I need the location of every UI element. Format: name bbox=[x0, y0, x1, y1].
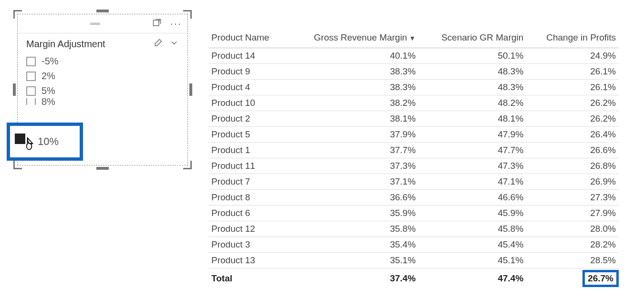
total-cip: 26.7% bbox=[526, 268, 619, 288]
resize-handle[interactable] bbox=[13, 161, 22, 169]
cell-product: Product 10 bbox=[208, 95, 287, 111]
cell-grm: 38.3% bbox=[287, 64, 418, 80]
table-row[interactable]: Product 1038.2%48.2%26.2% bbox=[208, 95, 619, 111]
cell-cip: 28.0% bbox=[526, 221, 619, 237]
cell-cip: 27.3% bbox=[526, 190, 619, 206]
cell-product: Product 1 bbox=[208, 143, 287, 158]
cell-product: Product 9 bbox=[208, 64, 287, 80]
total-label: Total bbox=[208, 268, 287, 288]
cell-cip: 28.5% bbox=[526, 253, 619, 268]
sort-desc-icon: ▼ bbox=[409, 34, 415, 42]
column-header-product[interactable]: Product Name bbox=[208, 29, 287, 48]
checkbox-icon[interactable] bbox=[26, 86, 36, 96]
table-row[interactable]: Product 938.3%48.3%26.1% bbox=[208, 64, 619, 80]
cell-grm: 35.8% bbox=[287, 221, 418, 237]
checkbox-checked-icon[interactable] bbox=[15, 134, 25, 144]
cell-cip: 26.1% bbox=[526, 64, 619, 80]
table-row[interactable]: Product 137.7%47.7%26.6% bbox=[208, 143, 619, 158]
cell-grm: 35.9% bbox=[287, 206, 418, 221]
svg-rect-0 bbox=[153, 20, 159, 26]
cell-grm: 37.1% bbox=[287, 174, 418, 190]
checkbox-icon[interactable] bbox=[26, 57, 36, 66]
cell-product: Product 8 bbox=[208, 190, 287, 206]
table-total-row: Total 37.4% 47.4% 26.7% bbox=[208, 268, 619, 288]
table-row[interactable]: Product 635.9%45.9%27.9% bbox=[208, 206, 619, 221]
drag-handle-icon[interactable]: ══ bbox=[90, 20, 99, 28]
cell-product: Product 11 bbox=[208, 158, 287, 174]
column-header-label: Scenario GR Margin bbox=[441, 32, 523, 42]
slicer-option-label: 2% bbox=[42, 71, 55, 82]
more-options-icon[interactable]: ··· bbox=[170, 18, 182, 30]
table-row[interactable]: Product 737.1%47.1%26.9% bbox=[208, 174, 619, 190]
cell-grm: 37.9% bbox=[287, 127, 418, 143]
chevron-down-icon[interactable] bbox=[169, 38, 179, 50]
table-header-row: Product Name Gross Revenue Margin▼ Scena… bbox=[208, 29, 619, 48]
cell-grm: 37.7% bbox=[287, 143, 418, 158]
resize-handle[interactable] bbox=[183, 161, 192, 169]
column-header-sgr[interactable]: Scenario GR Margin bbox=[418, 29, 526, 48]
table-row[interactable]: Product 836.6%46.6%27.3% bbox=[208, 190, 619, 206]
column-header-label: Gross Revenue Margin bbox=[314, 32, 407, 42]
cell-product: Product 12 bbox=[208, 221, 287, 237]
cell-sgr: 45.4% bbox=[418, 237, 526, 253]
table-row[interactable]: Product 1440.1%50.1%24.9% bbox=[208, 48, 619, 64]
slicer-option-label: 8% bbox=[42, 98, 55, 105]
slicer-title-row: Margin Adjustment bbox=[18, 33, 187, 53]
resize-handle[interactable] bbox=[183, 10, 192, 19]
cell-product: Product 13 bbox=[208, 253, 287, 268]
cell-grm: 35.4% bbox=[287, 237, 418, 253]
results-table: Product Name Gross Revenue Margin▼ Scena… bbox=[208, 29, 619, 288]
total-cip-highlight: 26.7% bbox=[582, 270, 619, 287]
focus-mode-icon[interactable] bbox=[152, 18, 162, 30]
cell-sgr: 46.6% bbox=[418, 190, 526, 206]
table-row[interactable]: Product 438.3%48.3%26.1% bbox=[208, 80, 619, 95]
cell-product: Product 4 bbox=[208, 80, 287, 95]
table-row[interactable]: Product 335.4%45.4%28.2% bbox=[208, 237, 619, 253]
slicer-title: Margin Adjustment bbox=[26, 39, 105, 50]
cell-cip: 26.8% bbox=[526, 158, 619, 174]
cell-sgr: 47.3% bbox=[418, 158, 526, 174]
table-row[interactable]: Product 238.1%48.1%26.2% bbox=[208, 111, 619, 127]
slicer-option[interactable]: 8% bbox=[26, 98, 179, 105]
slicer-option[interactable]: 5% bbox=[26, 83, 179, 98]
cell-grm: 35.1% bbox=[287, 253, 418, 268]
cell-cip: 28.2% bbox=[526, 237, 619, 253]
cell-cip: 26.6% bbox=[526, 143, 619, 158]
selected-option-callout[interactable]: 10% bbox=[7, 123, 83, 161]
slicer-toolbar: ══ ··· bbox=[18, 14, 187, 33]
cell-sgr: 50.1% bbox=[418, 48, 526, 64]
cell-sgr: 48.3% bbox=[418, 80, 526, 95]
selected-option-label: 10% bbox=[38, 135, 59, 148]
table-row[interactable]: Product 537.9%47.9%26.4% bbox=[208, 127, 619, 143]
cell-sgr: 48.3% bbox=[418, 64, 526, 80]
column-header-cip[interactable]: Change in Profits bbox=[526, 29, 619, 48]
cell-sgr: 48.1% bbox=[418, 111, 526, 127]
cell-cip: 27.9% bbox=[526, 206, 619, 221]
table-row[interactable]: Product 1137.3%47.3%26.8% bbox=[208, 158, 619, 174]
column-header-grm[interactable]: Gross Revenue Margin▼ bbox=[287, 29, 418, 48]
slicer-option-label: 5% bbox=[42, 85, 55, 96]
eraser-icon[interactable] bbox=[153, 38, 163, 50]
resize-handle[interactable] bbox=[189, 83, 192, 96]
cell-grm: 40.1% bbox=[287, 48, 418, 64]
slicer-option[interactable]: -5% bbox=[26, 54, 179, 69]
slicer-options: -5% 2% 5% 8% bbox=[18, 53, 187, 106]
table-row[interactable]: Product 1235.8%45.8%28.0% bbox=[208, 221, 619, 237]
cell-product: Product 5 bbox=[208, 127, 287, 143]
slicer-option[interactable]: 2% bbox=[26, 69, 179, 83]
cell-sgr: 47.9% bbox=[418, 127, 526, 143]
resize-handle[interactable] bbox=[13, 83, 16, 96]
resize-handle[interactable] bbox=[13, 10, 22, 19]
cell-product: Product 3 bbox=[208, 237, 287, 253]
column-header-label: Product Name bbox=[211, 32, 269, 42]
slicer-option-label: -5% bbox=[42, 56, 59, 67]
table-row[interactable]: Product 1335.1%45.1%28.5% bbox=[208, 253, 619, 268]
cell-sgr: 48.2% bbox=[418, 95, 526, 111]
cell-grm: 38.1% bbox=[287, 111, 418, 127]
cell-cip: 26.9% bbox=[526, 174, 619, 190]
checkbox-icon[interactable] bbox=[26, 72, 36, 81]
cell-product: Product 14 bbox=[208, 48, 287, 64]
resize-handle[interactable] bbox=[96, 10, 109, 12]
checkbox-icon[interactable] bbox=[26, 98, 36, 105]
resize-handle[interactable] bbox=[96, 167, 109, 170]
